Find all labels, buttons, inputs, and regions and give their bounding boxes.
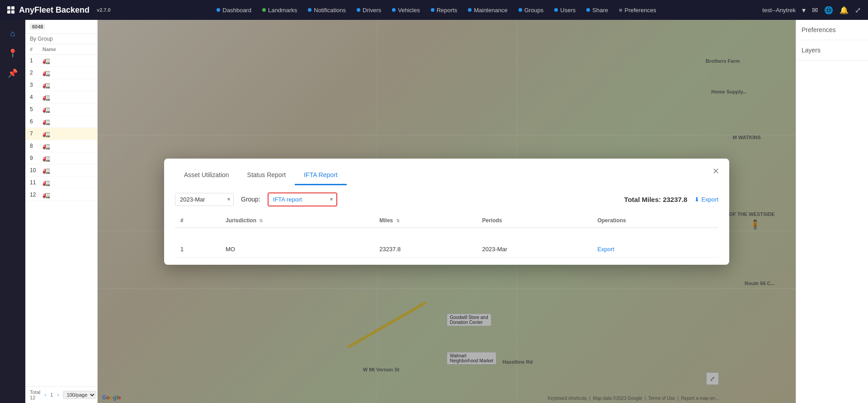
bell-icon[interactable]: 🔔 (840, 6, 849, 14)
modal-close-btn[interactable]: ✕ (709, 165, 722, 178)
mail-icon[interactable]: ✉ (812, 6, 818, 14)
col-header-periods: Periods (477, 214, 592, 228)
total-miles: Total Miles: 23237.8 (624, 196, 688, 203)
col-num: # (30, 47, 42, 52)
col-header-num: # (175, 214, 220, 228)
list-item[interactable]: 9🚛 (25, 152, 97, 164)
download-icon: ⬇ (694, 196, 699, 203)
list-item[interactable]: 1🚛 (25, 55, 97, 67)
sort-jurisdiction-icon: ⇅ (259, 218, 263, 223)
modal-body: 2023-Mar 2023-Feb 2023-Jan Group: IFTA r… (164, 185, 729, 265)
nav-vehicles[interactable]: Vehicles (387, 5, 424, 15)
list-item[interactable]: 10🚛 (25, 164, 97, 177)
group-select[interactable]: IFTA report All Vehicles Group 1 (269, 193, 336, 206)
list-item[interactable]: 4🚛 (25, 91, 97, 103)
filter-row: 2023-Mar 2023-Feb 2023-Jan Group: IFTA r… (175, 192, 718, 206)
panel-header: 6048 (25, 20, 97, 34)
col-header-jurisdiction[interactable]: Jurisdiction ⇅ (220, 214, 374, 228)
grid-icon (7, 6, 14, 14)
list-item[interactable]: 2🚛 (25, 67, 97, 79)
nav-share[interactable]: Share (582, 5, 613, 15)
tab-status-report[interactable]: Status Report (238, 166, 295, 185)
top-bar: AnyFleet Backend v2.7.0 Dashboard Landma… (0, 0, 868, 20)
user-chevron-icon[interactable]: ▾ (802, 6, 806, 14)
table-header-row: # Jurisdiction ⇅ Miles ⇅ Periods Operati… (175, 214, 718, 228)
list-item[interactable]: 5🚛 (25, 103, 97, 116)
preferences-tab[interactable]: Preferences (796, 20, 868, 40)
table-row-1: 1 MO 23237.8 2023-Mar Export (175, 241, 718, 258)
left-sidebar: ⌂ 📍 📌 (0, 20, 25, 403)
vehicle-count-badge: 6048 (30, 23, 45, 30)
right-panel: Preferences Layers (796, 20, 868, 403)
nav-users[interactable]: Users (550, 5, 580, 15)
list-item[interactable]: 12🚛 (25, 189, 97, 201)
sort-miles-icon: ⇅ (396, 218, 400, 223)
app-version: v2.7.0 (97, 7, 111, 13)
cell-jurisdiction: MO (220, 241, 374, 258)
list-item[interactable]: 11🚛 (25, 177, 97, 189)
total-miles-value: 23237.8 (663, 196, 687, 203)
content-area: ⌂ 📍 📌 6048 By Group # Name 1🚛 2🚛 3🚛 4🚛 5… (0, 20, 868, 403)
list-item[interactable]: 7🚛 (25, 128, 97, 140)
fullscreen-icon[interactable]: ⤢ (855, 6, 861, 14)
nav-drivers[interactable]: Drivers (352, 5, 386, 15)
by-group-label: By Group (25, 34, 97, 44)
nav-notifications[interactable]: Notifications (303, 5, 350, 15)
cell-operations: Export (592, 241, 718, 258)
nav-landmarks[interactable]: Landmarks (258, 5, 302, 15)
table-row (175, 228, 718, 241)
date-select[interactable]: 2023-Mar 2023-Feb 2023-Jan (175, 193, 234, 206)
nav-reports[interactable]: Reports (426, 5, 462, 15)
cell-num: 1 (175, 241, 220, 258)
ifta-modal: Asset Utilization Status Report IFTA Rep… (164, 159, 729, 265)
cell-miles: 23237.8 (374, 241, 476, 258)
vehicle-list-panel: 6048 By Group # Name 1🚛 2🚛 3🚛 4🚛 5🚛 6🚛 7… (25, 20, 98, 403)
nav-dashboard[interactable]: Dashboard (212, 5, 256, 15)
layers-tab[interactable]: Layers (796, 40, 868, 61)
modal-overlay: Asset Utilization Status Report IFTA Rep… (98, 20, 796, 403)
row-export-btn[interactable]: Export (597, 246, 614, 253)
nav-preferences[interactable]: ≡ Preferences (614, 5, 661, 15)
nav-maintenance[interactable]: Maintenance (463, 5, 512, 15)
total-count: Total 12 (30, 389, 40, 400)
sidebar-location-btn[interactable]: 📌 (4, 64, 22, 82)
list-item[interactable]: 8🚛 (25, 140, 97, 152)
user-label: test--Anytrek (762, 7, 796, 14)
top-right-actions: test--Anytrek ▾ ✉ 🌐 🔔 ⤢ (762, 6, 861, 14)
cell-periods: 2023-Mar (477, 241, 592, 258)
group-select-wrapper: IFTA report All Vehicles Group 1 (268, 192, 337, 206)
tab-ifta-report[interactable]: IFTA Report (295, 166, 346, 185)
prev-page-btn[interactable]: ‹ (43, 392, 47, 398)
right-panel-tabs: Preferences Layers (796, 20, 868, 61)
col-header-miles[interactable]: Miles ⇅ (374, 214, 476, 228)
tab-asset-utilization[interactable]: Asset Utilization (175, 166, 238, 185)
col-name: Name (42, 47, 93, 52)
panel-footer: Total 12 ‹ 1 › 100/page 50/page 25/page (25, 386, 97, 403)
sidebar-home-btn[interactable]: ⌂ (4, 24, 22, 42)
list-item[interactable]: 6🚛 (25, 116, 97, 128)
export-top-btn[interactable]: ⬇ Export (694, 196, 718, 203)
next-page-btn[interactable]: › (56, 392, 60, 398)
list-header: # Name (25, 44, 97, 55)
vehicle-list: 1🚛 2🚛 3🚛 4🚛 5🚛 6🚛 7🚛 8🚛 9🚛 10🚛 11🚛 12🚛 (25, 55, 97, 386)
date-select-wrapper: 2023-Mar 2023-Feb 2023-Jan (175, 193, 234, 206)
per-page-select[interactable]: 100/page 50/page 25/page (63, 391, 96, 399)
sidebar-map-pin-btn[interactable]: 📍 (4, 44, 22, 62)
ifta-table: # Jurisdiction ⇅ Miles ⇅ Periods Operati… (175, 214, 718, 258)
top-nav: Dashboard Landmarks Notifications Driver… (111, 5, 763, 15)
app-title: AnyFleet Backend (19, 5, 90, 15)
current-page: 1 (50, 392, 53, 398)
modal-tabs: Asset Utilization Status Report IFTA Rep… (164, 159, 729, 185)
group-label: Group: (241, 196, 260, 203)
app-logo: AnyFleet Backend v2.7.0 (7, 5, 111, 15)
col-header-operations: Operations (592, 214, 718, 228)
globe-icon[interactable]: 🌐 (824, 6, 833, 14)
map-area[interactable]: Brothers Farm Home Supply... M WATKINS H… (98, 20, 796, 403)
list-item[interactable]: 3🚛 (25, 79, 97, 91)
nav-groups[interactable]: Groups (514, 5, 548, 15)
